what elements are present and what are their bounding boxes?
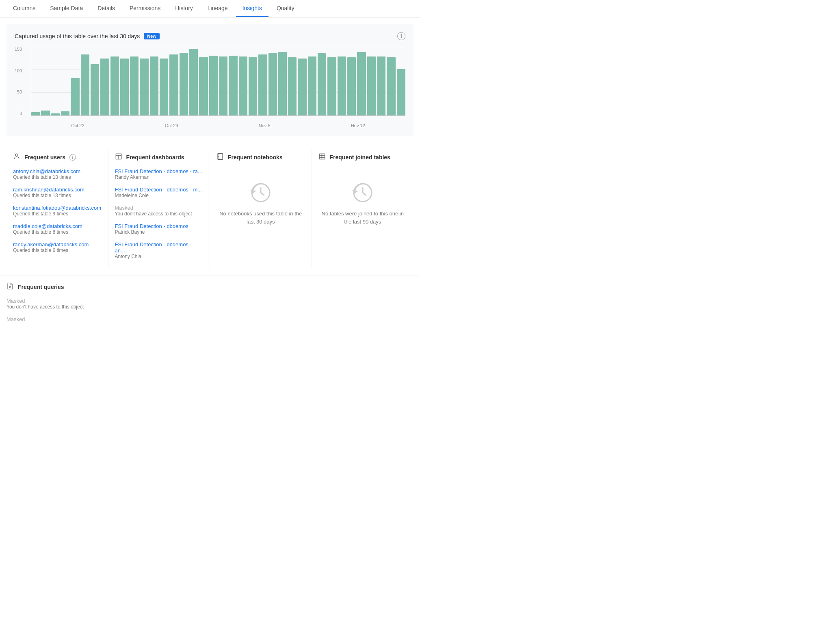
- bar-35: [377, 56, 385, 115]
- insights-grid: Frequent users ℹ antony.chia@databricks.…: [0, 143, 420, 276]
- frequent-users-header: Frequent users ℹ: [13, 153, 102, 162]
- dashboard-entry-4: FSI Fraud Detection - dbdemos Patrick Ba…: [115, 223, 204, 235]
- user-count-4: Queried this table 8 times: [13, 229, 102, 235]
- bar-19: [219, 56, 227, 115]
- dashboard-name-4[interactable]: FSI Fraud Detection - dbdemos: [115, 223, 204, 229]
- frequent-joined-tables-header: Frequent joined tables: [318, 153, 407, 162]
- chart-info-icon[interactable]: ℹ: [397, 32, 405, 40]
- user-icon: [13, 153, 20, 162]
- bar-23: [258, 54, 267, 115]
- x-label-nov12: Nov 12: [351, 123, 365, 128]
- bar-21: [239, 56, 247, 115]
- dashboard-name-5[interactable]: FSI Fraud Detection - dbdemos - an...: [115, 241, 204, 254]
- x-label-oct29: Oct 29: [165, 123, 178, 128]
- frequent-notebooks-title: Frequent notebooks: [228, 154, 283, 161]
- chart-title: Captured usage of this table over the la…: [15, 33, 160, 39]
- x-axis: Oct 22 Oct 29 Nov 5 Nov 12: [31, 123, 405, 128]
- user-email-5[interactable]: randy.akerman@databricks.com: [13, 241, 102, 248]
- notebook-icon: [216, 153, 224, 162]
- y-axis: 150 100 50 0: [15, 47, 24, 116]
- user-email-2[interactable]: ram.krishnan@databricks.com: [13, 187, 102, 193]
- x-label-oct22: Oct 22: [71, 123, 84, 128]
- queries-icon: [6, 282, 14, 291]
- bar-22: [249, 57, 257, 115]
- tab-history[interactable]: History: [169, 0, 199, 17]
- bar-0: [31, 112, 40, 115]
- bar-33: [357, 52, 366, 115]
- user-entry-2: ram.krishnan@databricks.com Queried this…: [13, 187, 102, 198]
- dashboard-owner-2: Madeleine Cole: [115, 193, 204, 198]
- user-entry-1: antony.chia@databricks.com Queried this …: [13, 168, 102, 180]
- bar-30: [327, 57, 336, 115]
- dashboard-icon: [115, 153, 122, 162]
- user-email-4[interactable]: maddie.cole@databricks.com: [13, 223, 102, 229]
- joined-tables-history-icon: [351, 180, 375, 205]
- bar-18: [209, 56, 218, 115]
- frequent-notebooks-col: Frequent notebooks No notebooks used thi…: [210, 150, 312, 269]
- frequent-dashboards-col: Frequent dashboards FSI Fraud Detection …: [108, 150, 210, 269]
- bar-4: [71, 78, 79, 115]
- tab-sample-data[interactable]: Sample Data: [43, 0, 89, 17]
- bar-11: [140, 59, 148, 115]
- chart-section: Captured usage of this table over the la…: [6, 24, 414, 136]
- frequent-queries-header: Frequent queries: [6, 282, 414, 291]
- bar-2: [51, 113, 60, 115]
- frequent-joined-tables-col: Frequent joined tables No tables were jo…: [312, 150, 414, 269]
- bar-25: [278, 52, 287, 115]
- notebooks-empty-text: No notebooks used this table in the last…: [216, 210, 305, 226]
- y-label-100: 100: [15, 68, 22, 73]
- tab-columns[interactable]: Columns: [6, 0, 42, 17]
- frequent-users-col: Frequent users ℹ antony.chia@databricks.…: [6, 150, 108, 269]
- query-masked-2: Masked: [6, 316, 414, 322]
- bar-28: [308, 56, 316, 115]
- dashboard-owner-4: Patrick Bayne: [115, 229, 204, 235]
- tab-insights[interactable]: Insights: [236, 0, 268, 17]
- svg-rect-10: [319, 154, 325, 159]
- dashboard-entry-1: FSI Fraud Detection - dbdemos - ra... Ra…: [115, 168, 204, 180]
- frequent-joined-tables-title: Frequent joined tables: [330, 154, 390, 161]
- joined-tables-empty-state: No tables were joined to this one in the…: [318, 168, 407, 238]
- bar-chart: 150 100 50 0 Oct 22 Oct 29 Nov 5 Nov 12: [15, 47, 405, 128]
- tab-lineage[interactable]: Lineage: [201, 0, 234, 17]
- tab-details[interactable]: Details: [91, 0, 121, 17]
- chart-header: Captured usage of this table over the la…: [15, 32, 405, 40]
- tab-quality[interactable]: Quality: [270, 0, 301, 17]
- query-masked-1: Masked: [6, 298, 414, 304]
- bar-14: [169, 54, 178, 115]
- frequent-queries-section: Frequent queries Masked You don't have a…: [0, 276, 420, 335]
- tab-permissions[interactable]: Permissions: [123, 0, 167, 17]
- user-email-1[interactable]: antony.chia@databricks.com: [13, 168, 102, 174]
- svg-point-0: [15, 154, 18, 156]
- bar-32: [347, 57, 356, 115]
- bar-17: [199, 57, 208, 115]
- chart-title-text: Captured usage of this table over the la…: [15, 33, 140, 39]
- y-label-150: 150: [15, 47, 22, 52]
- dashboard-name-2[interactable]: FSI Fraud Detection - dbdemos - m...: [115, 187, 204, 193]
- bars-area: [31, 47, 405, 116]
- bar-16: [189, 49, 198, 115]
- user-email-3[interactable]: konstantina.fotiadou@databricks.com: [13, 205, 102, 211]
- frequent-dashboards-title: Frequent dashboards: [126, 154, 184, 161]
- table-icon: [318, 153, 326, 162]
- bar-13: [160, 59, 168, 115]
- bar-5: [81, 54, 89, 115]
- bar-31: [338, 56, 346, 115]
- dashboard-name-1[interactable]: FSI Fraud Detection - dbdemos - ra...: [115, 168, 204, 174]
- bar-7: [100, 59, 109, 115]
- users-info-icon[interactable]: ℹ: [69, 154, 76, 161]
- dashboard-owner-1: Randy Akerman: [115, 174, 204, 180]
- user-entry-3: konstantina.fotiadou@databricks.com Quer…: [13, 205, 102, 217]
- tab-bar: Columns Sample Data Details Permissions …: [0, 0, 420, 17]
- bar-12: [150, 56, 158, 115]
- user-count-3: Queried this table 9 times: [13, 211, 102, 217]
- query-no-access-1: You don't have access to this object: [6, 304, 414, 310]
- user-entry-4: maddie.cole@databricks.com Queried this …: [13, 223, 102, 235]
- user-count-2: Queried this table 13 times: [13, 193, 102, 198]
- bar-29: [318, 53, 326, 116]
- dashboard-name-3-masked: Masked: [115, 205, 204, 211]
- frequent-queries-title: Frequent queries: [18, 284, 64, 290]
- y-label-50: 50: [17, 89, 22, 94]
- dashboard-entry-5: FSI Fraud Detection - dbdemos - an... An…: [115, 241, 204, 259]
- bar-24: [268, 53, 277, 116]
- dashboard-entry-2: FSI Fraud Detection - dbdemos - m... Mad…: [115, 187, 204, 198]
